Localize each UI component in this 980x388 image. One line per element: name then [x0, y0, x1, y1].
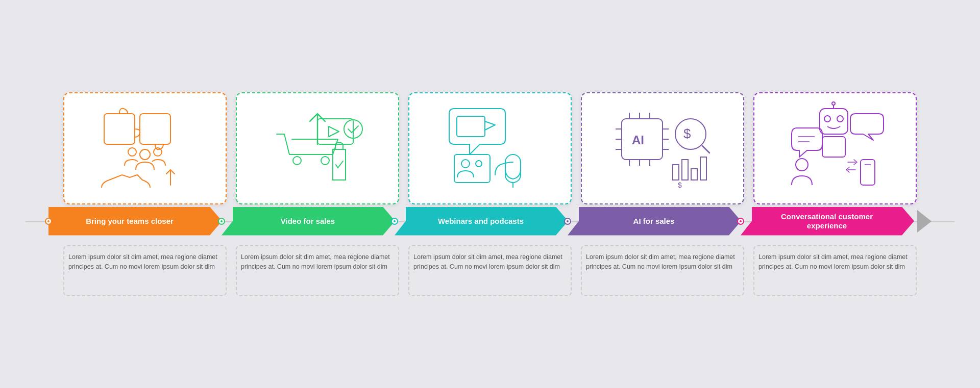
arrow-5: Conversational customer experience [741, 207, 914, 236]
svg-rect-45 [861, 160, 875, 185]
svg-point-47 [796, 159, 808, 171]
svg-rect-10 [454, 154, 490, 183]
card-2 [236, 92, 399, 204]
card-5 [753, 92, 917, 204]
svg-rect-33 [682, 160, 688, 180]
svg-rect-34 [691, 169, 697, 180]
svg-point-11 [461, 160, 470, 168]
svg-rect-42 [822, 137, 845, 157]
svg-rect-1 [140, 114, 170, 144]
svg-rect-7 [317, 119, 353, 144]
cards-row: AI $ $ [26, 92, 954, 204]
text-row: Lorem ipsum dolor sit dim amet, mea regi… [26, 245, 954, 296]
svg-point-38 [824, 116, 830, 122]
svg-point-5 [293, 157, 301, 165]
svg-point-6 [321, 157, 329, 165]
end-arrow-triangle [917, 210, 932, 232]
arrows-row: Bring your teams closer Video for sales … [26, 203, 954, 239]
svg-point-39 [837, 116, 843, 122]
svg-text:$: $ [683, 126, 691, 141]
card-1-icon [94, 102, 196, 194]
text-block-5: Lorem ipsum dolor sit dim amet, mea regi… [753, 245, 917, 296]
svg-rect-32 [673, 165, 679, 180]
svg-point-3 [128, 148, 136, 156]
card-5-icon [784, 102, 886, 194]
text-block-2: Lorem ipsum dolor sit dim amet, mea regi… [236, 245, 399, 296]
card-1 [63, 92, 227, 204]
card-4-icon: AI $ $ [611, 102, 714, 194]
svg-line-31 [702, 146, 709, 153]
svg-rect-37 [820, 109, 848, 134]
arrow-4: AI for sales [568, 207, 741, 236]
svg-point-2 [140, 149, 150, 160]
svg-rect-9 [457, 116, 485, 137]
infographic: AI $ $ [26, 92, 954, 296]
text-block-3: Lorem ipsum dolor sit dim amet, mea regi… [408, 245, 572, 296]
svg-rect-0 [104, 114, 135, 144]
arrow-1: Bring your teams closer [48, 207, 222, 236]
text-block-4: Lorem ipsum dolor sit dim amet, mea regi… [581, 245, 744, 296]
svg-point-41 [832, 102, 835, 105]
svg-rect-13 [505, 154, 521, 183]
svg-text:$: $ [678, 181, 682, 189]
card-4: AI $ $ [581, 92, 744, 204]
svg-point-12 [476, 161, 482, 167]
svg-rect-35 [700, 157, 706, 180]
card-3 [408, 92, 572, 204]
arrow-3: Webinars and podcasts [395, 207, 568, 236]
arrow-2: Video for sales [222, 207, 395, 236]
card-2-icon [266, 102, 369, 194]
text-block-1: Lorem ipsum dolor sit dim amet, mea regi… [63, 245, 227, 296]
svg-text:AI: AI [632, 133, 644, 147]
card-3-icon [439, 102, 541, 194]
